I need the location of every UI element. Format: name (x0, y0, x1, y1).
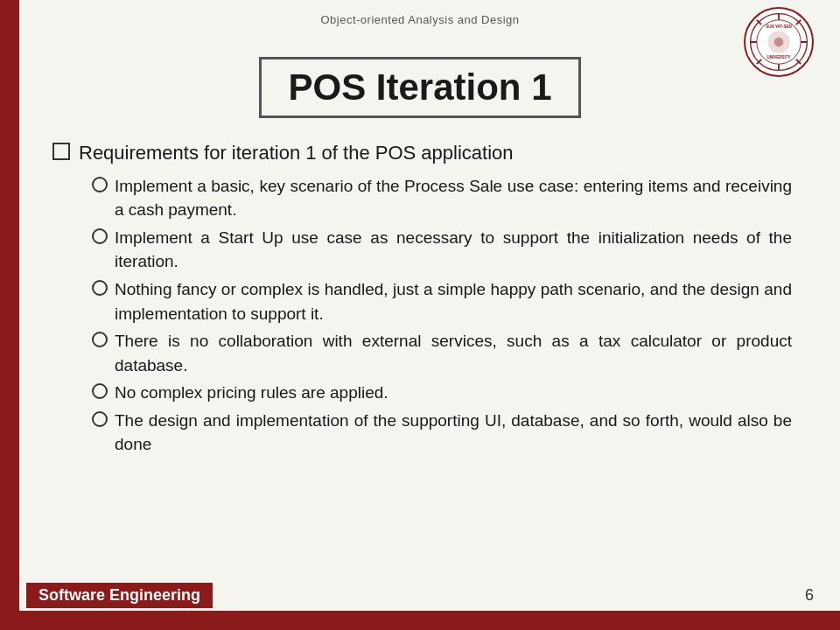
left-border (0, 0, 19, 630)
slide: Object-oriented Analysis and Design (0, 0, 840, 630)
footer-label: Software Engineering (26, 583, 213, 608)
sub-bullet-text: There is no collaboration with external … (115, 329, 792, 377)
bottom-border (0, 611, 840, 630)
university-logo-icon: SUN YAT-SEN UNIVERSITY (747, 10, 810, 74)
logo-container: SUN YAT-SEN UNIVERSITY (744, 7, 814, 77)
sub-bullet-icon (92, 411, 108, 427)
list-item: There is no collaboration with external … (92, 329, 792, 377)
svg-point-11 (774, 38, 784, 47)
sub-bullet-text: Nothing fancy or complex is handled, jus… (115, 277, 792, 326)
header: Object-oriented Analysis and Design (0, 0, 840, 44)
main-bullet: Requirements for iteration 1 of the POS … (52, 140, 792, 167)
footer: Software Engineering 6 (0, 580, 840, 611)
sub-bullet-text: No complex pricing rules are applied. (115, 381, 388, 405)
main-bullet-text: Requirements for iteration 1 of the POS … (79, 140, 514, 167)
sub-bullet-icon (92, 332, 108, 347)
main-bullet-icon (52, 143, 70, 160)
svg-text:SUN YAT-SEN: SUN YAT-SEN (766, 24, 791, 29)
list-item: The design and implementation of the sup… (92, 409, 792, 457)
list-item: Implement a Start Up use case as necessa… (92, 226, 792, 274)
logo-circle: SUN YAT-SEN UNIVERSITY (744, 7, 814, 77)
slide-title: POS Iteration 1 (288, 66, 551, 108)
sub-bullet-icon (92, 280, 108, 296)
sub-bullet-text: Implement a basic, key scenario of the P… (115, 174, 792, 222)
sub-bullets: Implement a basic, key scenario of the P… (48, 174, 792, 457)
sub-bullet-icon (92, 383, 108, 399)
title-wrapper: POS Iteration 1 (0, 44, 840, 127)
sub-bullet-icon (92, 228, 108, 244)
sub-bullet-text: Implement a Start Up use case as necessa… (115, 226, 792, 274)
list-item: Implement a basic, key scenario of the P… (92, 174, 792, 222)
sub-bullet-icon (92, 177, 108, 192)
header-subtitle: Object-oriented Analysis and Design (320, 9, 519, 26)
list-item: Nothing fancy or complex is handled, jus… (92, 277, 792, 326)
footer-page: 6 (805, 586, 814, 605)
title-box: POS Iteration 1 (259, 57, 580, 118)
content-area: Requirements for iteration 1 of the POS … (0, 127, 840, 630)
svg-text:UNIVERSITY: UNIVERSITY (766, 55, 790, 60)
sub-bullet-text: The design and implementation of the sup… (115, 409, 792, 457)
list-item: No complex pricing rules are applied. (92, 381, 792, 405)
